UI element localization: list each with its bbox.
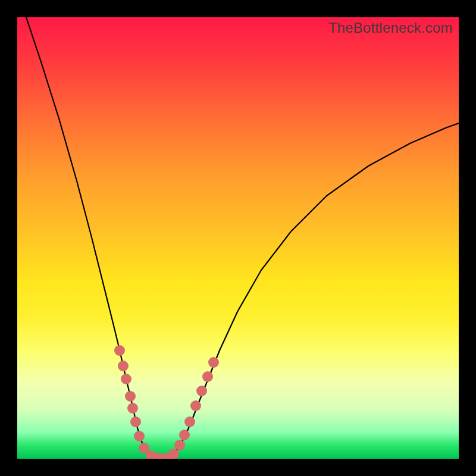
plot-area: TheBottleneck.com [17, 17, 459, 459]
dot [190, 400, 201, 411]
curve-left-branch [26, 17, 164, 458]
dot [174, 440, 185, 450]
dot [184, 416, 195, 427]
dot [127, 403, 138, 414]
dot [196, 386, 207, 396]
chart-svg [17, 17, 459, 459]
dot [114, 345, 125, 356]
outer-frame: TheBottleneck.com [0, 0, 476, 476]
dot [125, 391, 136, 402]
highlight-dots [114, 345, 219, 459]
dot [208, 357, 219, 368]
dot [179, 430, 190, 440]
dot [202, 371, 213, 382]
dot [118, 361, 129, 371]
curve-right-branch [164, 123, 459, 458]
dot [134, 431, 145, 441]
dot [130, 416, 141, 427]
dot [121, 374, 131, 384]
dot [168, 449, 179, 459]
